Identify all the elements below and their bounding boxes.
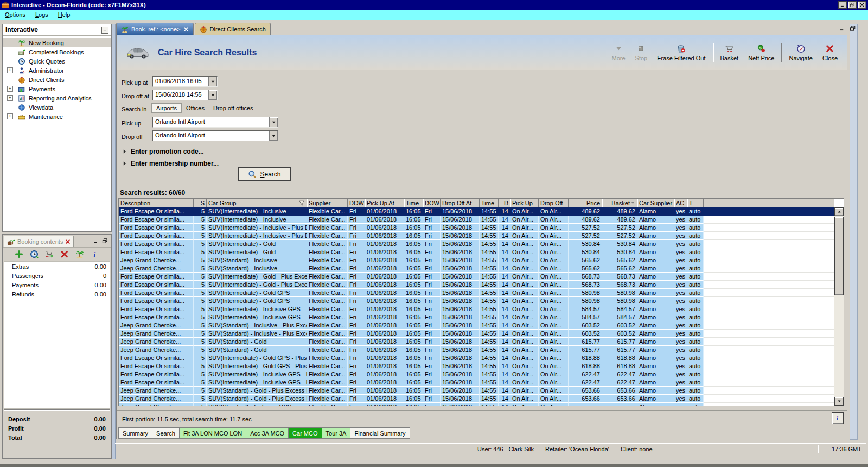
delete-button[interactable] bbox=[60, 249, 69, 259]
panel-minimize-icon[interactable] bbox=[839, 25, 845, 31]
table-row[interactable]: Ford Escape Or simila...5SUV(Intermediat… bbox=[119, 370, 834, 378]
column-header-ac[interactable]: AC bbox=[674, 199, 687, 207]
table-row[interactable]: Ford Escape Or simila...5SUV(Intermediat… bbox=[119, 289, 834, 297]
table-row[interactable]: Ford Escape Or simila...5SUV(Intermediat… bbox=[119, 305, 834, 313]
add-button[interactable] bbox=[14, 249, 24, 259]
info-button[interactable]: i bbox=[90, 249, 100, 259]
quick-quote-button[interactable] bbox=[29, 249, 39, 259]
column-header-drop-off-at[interactable]: Drop Off At bbox=[441, 199, 480, 207]
column-header-dow[interactable]: DOW bbox=[348, 199, 365, 207]
bottom-tab-search[interactable]: Search bbox=[152, 427, 180, 439]
search-in-drop-off-offices[interactable]: Drop off offices bbox=[209, 104, 258, 112]
expand-plus-icon[interactable]: + bbox=[7, 67, 13, 73]
sidebar-item-payments[interactable]: +$Payments bbox=[3, 84, 111, 93]
info-button[interactable]: i bbox=[832, 412, 844, 424]
table-row[interactable]: Ford Escape Or simila...5SUV(Intermediat… bbox=[119, 240, 834, 248]
column-header-pick-up-at[interactable]: Pick Up At bbox=[365, 199, 404, 207]
collapse-panel-button[interactable]: − bbox=[101, 27, 108, 34]
minimize-button[interactable] bbox=[838, 1, 847, 9]
expander-enter-membership-number[interactable]: Enter membership number... bbox=[122, 159, 219, 168]
table-row[interactable]: Jeep Grand Cheroke...5SUV(Standard) - Go… bbox=[119, 338, 834, 346]
sidebar-item-new-booking[interactable]: New Booking bbox=[3, 38, 111, 47]
table-row[interactable]: Jeep Grand Cheroke...5SUV(Standard) - In… bbox=[119, 256, 834, 264]
table-row[interactable]: Jeep Grand Cheroke...5SUV(Standard) - In… bbox=[119, 330, 834, 338]
stop-button[interactable]: Stop bbox=[630, 43, 653, 62]
menu-options[interactable]: Options bbox=[0, 10, 30, 19]
bottom-tab-tour-3a[interactable]: Tour 3A bbox=[322, 427, 351, 439]
sidebar-item-direct-clients[interactable]: Direct Clients bbox=[3, 75, 111, 84]
column-header-basket[interactable]: Basket bbox=[602, 199, 637, 207]
navigate-button[interactable]: Navigate bbox=[784, 43, 817, 62]
column-header-s[interactable]: S bbox=[194, 199, 207, 207]
column-header-car-group[interactable]: Car Group bbox=[207, 199, 307, 207]
table-row[interactable]: Ford Escape Or simila...5SUV(Intermediat… bbox=[119, 232, 834, 240]
table-row[interactable]: Jeep Grand Cheroke...5SUV(Standard) - Go… bbox=[119, 395, 834, 403]
expand-plus-icon[interactable]: + bbox=[7, 86, 13, 92]
bottom-tab-flt-3a-lon-mco-lon[interactable]: Flt 3A LON MCO LON bbox=[180, 427, 246, 439]
scroll-up-button[interactable] bbox=[834, 207, 844, 216]
bottom-tab-car-mco[interactable]: Car MCO bbox=[289, 427, 322, 439]
expand-plus-icon[interactable]: + bbox=[7, 113, 13, 119]
restore-button[interactable] bbox=[848, 1, 857, 9]
table-scrollbar[interactable] bbox=[834, 207, 844, 406]
close-button[interactable]: Close bbox=[818, 43, 843, 62]
sidebar-item-reporting-and-analytics[interactable]: +Reporting and Analytics bbox=[3, 93, 111, 103]
pick-up-at-field[interactable]: 01/06/2018 16:05 bbox=[152, 76, 218, 87]
search-in-offices[interactable]: Offices bbox=[182, 104, 209, 112]
expander-enter-promotion-code[interactable]: Enter promotion code... bbox=[122, 147, 204, 156]
sidebar-item-completed-bookings[interactable]: Completed Bookings bbox=[3, 47, 111, 56]
column-header-price[interactable]: Price bbox=[569, 199, 602, 207]
column-header-d[interactable]: D bbox=[499, 199, 510, 207]
pick-up-combo[interactable]: Orlando Intl Airport bbox=[152, 117, 278, 128]
sidebar-item-quick-quotes[interactable]: Quick Quotes bbox=[3, 56, 111, 66]
bottom-tab-financial-summary[interactable]: Financial Summary bbox=[350, 427, 410, 439]
panel-maximize-icon[interactable] bbox=[850, 25, 856, 31]
column-header-t[interactable]: T bbox=[687, 199, 704, 207]
booking-contents-row[interactable]: Payments0.00 bbox=[4, 280, 110, 289]
table-row[interactable]: Ford Escape Or simila...5SUV(Intermediat… bbox=[119, 273, 834, 281]
bottom-tab-acc-3a-mco[interactable]: Acc 3A MCO bbox=[246, 427, 289, 439]
table-row[interactable]: Ford Escape Or simila...5SUV(Intermediat… bbox=[119, 297, 834, 305]
right-splitter[interactable] bbox=[850, 24, 858, 440]
search-in-airports[interactable]: Airports bbox=[151, 103, 182, 113]
table-row[interactable]: Ford Escape Or simila...5SUV(Intermediat… bbox=[119, 207, 834, 216]
table-row[interactable]: Ford Escape Or simila...5SUV(Intermediat… bbox=[119, 281, 834, 289]
booking-contents-row[interactable]: Extras0.00 bbox=[4, 262, 110, 271]
column-header-time[interactable]: Time bbox=[480, 199, 499, 207]
close-tab-icon[interactable] bbox=[183, 27, 189, 32]
tab-direct-clients-search[interactable]: Direct Clients Search bbox=[195, 23, 271, 35]
table-row[interactable]: Ford Escape Or simila...5SUV(Intermediat… bbox=[119, 354, 834, 362]
new-booking-button[interactable] bbox=[75, 249, 85, 259]
column-header-drop-off[interactable]: Drop Off bbox=[539, 199, 569, 207]
column-header-dow[interactable]: DOW bbox=[423, 199, 441, 207]
sidebar-item-maintenance[interactable]: +Maintenance bbox=[3, 112, 111, 121]
scrollbar-thumb[interactable] bbox=[834, 217, 844, 295]
table-row[interactable]: Ford Escape Or simila...5SUV(Intermediat… bbox=[119, 362, 834, 370]
sidebar-item-viewdata[interactable]: Viewdata bbox=[3, 103, 111, 112]
bottom-tab-summary[interactable]: Summary bbox=[118, 427, 152, 439]
erase-filtered-out-button[interactable]: Erase Filtered Out bbox=[652, 43, 710, 62]
column-header-description[interactable]: Description bbox=[119, 199, 194, 207]
basket-button[interactable]: Basket bbox=[716, 43, 744, 62]
panel-minimize-icon[interactable] bbox=[93, 238, 99, 244]
column-header-supplier[interactable]: Supplier bbox=[307, 199, 348, 207]
column-header-car-supplier[interactable]: Car Supplier bbox=[637, 199, 674, 207]
drop-off-at-field[interactable]: 15/06/2018 14:55 bbox=[152, 90, 218, 100]
more-button[interactable]: More bbox=[607, 43, 630, 62]
booking-contents-tab[interactable]: Booking contents bbox=[4, 236, 74, 247]
table-row[interactable]: Ford Escape Or simila...5SUV(Intermediat… bbox=[119, 224, 834, 232]
table-row[interactable]: Ford Escape Or simila...5SUV(Intermediat… bbox=[119, 313, 834, 321]
booking-contents-row[interactable]: Refunds0.00 bbox=[4, 289, 110, 299]
close-tab-icon[interactable] bbox=[65, 239, 71, 244]
left-splitter[interactable] bbox=[112, 24, 116, 459]
scroll-down-button[interactable] bbox=[834, 397, 844, 406]
table-row[interactable]: Jeep Grand Cheroke...5SUV(Standard) - Go… bbox=[119, 387, 834, 395]
menu-logs[interactable]: Logs bbox=[30, 10, 53, 19]
combo-arrow-icon[interactable] bbox=[269, 131, 278, 141]
menu-help[interactable]: Help bbox=[53, 10, 75, 19]
nett-price-button[interactable]: $Nett Price bbox=[743, 43, 779, 62]
filter-funnel-icon[interactable] bbox=[298, 200, 305, 206]
combo-arrow-icon[interactable] bbox=[208, 77, 217, 86]
tab-book-ref[interactable]: Book. ref.: <none> bbox=[116, 23, 194, 35]
drop-off-combo[interactable]: Orlando Intl Airport bbox=[152, 130, 278, 141]
